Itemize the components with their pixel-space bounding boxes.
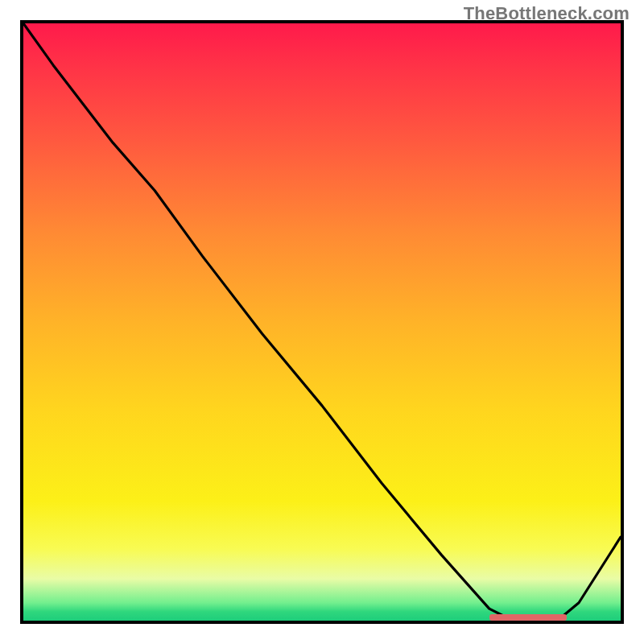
bottleneck-curve-path	[23, 23, 621, 621]
watermark-text: TheBottleneck.com	[464, 3, 630, 24]
bottleneck-curve-svg	[23, 23, 621, 621]
optimal-range-marker	[489, 614, 567, 621]
chart-container: TheBottleneck.com	[0, 0, 644, 644]
